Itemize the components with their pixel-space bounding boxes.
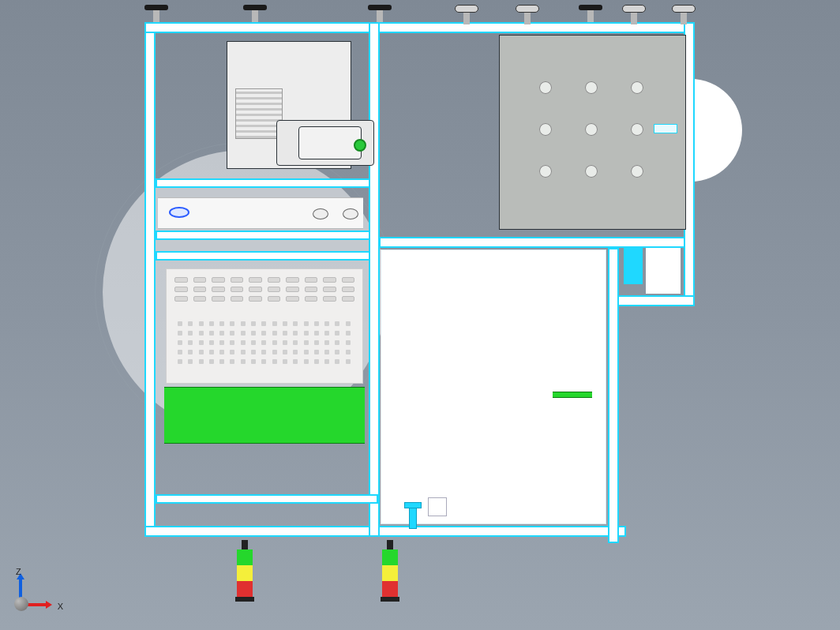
spacer-cyan-1 [624,248,643,284]
frame-upper-divider-h1 [156,178,378,188]
frame-upper-divider-h3 [156,251,378,261]
cabinet-hole [585,165,598,178]
vent-panel [166,268,363,384]
frame-right-inner-v [608,248,619,543]
fitting-bracket [428,497,447,516]
stack-light [382,540,398,602]
stack-light [237,540,253,602]
fitting-vertical [409,507,417,529]
frame-outer-bottom [144,526,626,537]
cabinet-hole [585,81,598,94]
vent-slots [174,277,354,302]
leveling-foot [243,5,267,22]
cabinet-hole [539,123,552,136]
cad-viewport[interactable]: Z X [0,0,840,630]
top-clamp [622,5,646,22]
leveling-foot [144,5,168,22]
top-clamp [516,5,539,22]
view-axis-triad: Z X [14,570,55,611]
frame-upper-divider-h2 [156,231,378,240]
cabinet-hole [631,81,643,94]
cabinet-handle[interactable] [654,124,677,133]
motor-end-cap-icon [354,139,366,152]
cabinet-hole [631,165,643,178]
cabinet-hole [585,123,598,136]
green-panel [164,387,365,444]
vent-perforation [178,321,351,364]
motor-barrel-inner [298,126,362,159]
green-strip-right [553,392,592,398]
fitting-cap [404,502,422,508]
leveling-foot [368,5,392,22]
top-clamp [672,5,696,22]
axis-label-z: Z [16,567,21,576]
top-clamp [455,5,478,22]
frame-outer-top [144,22,694,33]
axis-origin-icon [14,597,28,611]
electrical-cabinet [499,35,686,230]
leveling-foot [579,5,602,22]
frame-right-bottom-ledge [608,295,695,306]
spacer-white-1 [646,248,681,294]
frame-right-top2 [379,237,695,248]
cabinet-hole [539,81,552,94]
panel-button-2[interactable] [343,208,358,219]
right-lower-cavity [381,249,606,524]
frame-left-vertical-mid [369,22,380,537]
frame-left-bottom-shelf [156,494,378,504]
cabinet-hole [539,165,552,178]
cabinet-hole [631,123,643,136]
frame-outer-left [144,22,156,535]
panel-button-blue[interactable] [169,207,189,218]
panel-button-1[interactable] [313,208,328,219]
axis-label-x: X [58,602,63,611]
motor-vent-louvers [235,88,283,139]
